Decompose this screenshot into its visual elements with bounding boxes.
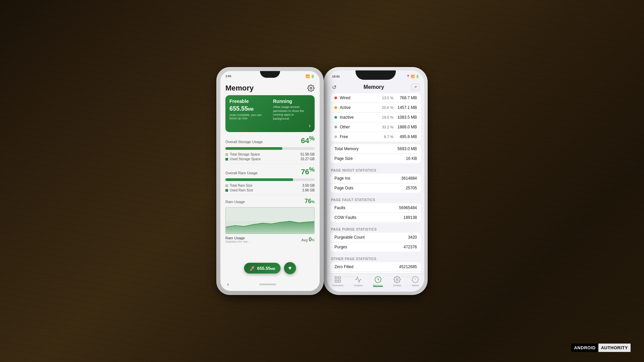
tab-details-label: Details bbox=[393, 284, 401, 287]
used-ram-row: Used Ram Size 2.66 GB bbox=[225, 188, 315, 192]
android-content: Memory Freeable 655.55MB Scan complete, … bbox=[220, 81, 320, 291]
total-memory-val: 5693.0 MB bbox=[397, 146, 417, 151]
active-indicator bbox=[334, 106, 337, 109]
inactive-label: Inactive bbox=[340, 115, 378, 120]
storage-progress-fill bbox=[225, 147, 282, 150]
heart-icon: ♥ bbox=[288, 265, 292, 271]
home-indicator[interactable] bbox=[259, 284, 276, 285]
details-icon bbox=[393, 276, 401, 283]
memory-table: Wired 13.5 % 768.7 MB Active 25.6 % 1457… bbox=[330, 93, 421, 141]
android-phone: 1:01 📶 🔋 Memory bbox=[216, 67, 324, 295]
freeable-section: Freeable 655.55MB Scan complete, you can… bbox=[229, 99, 267, 129]
android-notch-cutout bbox=[260, 71, 280, 78]
tab-overview-label: Overview bbox=[332, 284, 343, 287]
inactive-pct: 19.0 % bbox=[378, 115, 393, 119]
boost-button[interactable]: 🚀 655.55MB bbox=[244, 263, 281, 274]
ram-percent: 76 bbox=[301, 168, 309, 176]
running-label: Running bbox=[273, 99, 311, 104]
location-icon: 📍 bbox=[406, 75, 410, 78]
active-row: Active 25.6 % 1457.1 MB bbox=[330, 103, 421, 113]
android-time: 1:01 bbox=[225, 74, 231, 78]
page-purge-table: Purgeable Count 3420 Purges 472376 bbox=[330, 233, 421, 252]
avg-value-section: Avg 0% bbox=[301, 237, 315, 243]
ios-screen: 13:01 📍 📶 🔋 ↺ Memory ↗ bbox=[327, 70, 424, 292]
ram-section: Overall Ram Usage 76% Total Ram Size bbox=[225, 167, 315, 192]
ios-app-header: ↺ Memory ↗ bbox=[327, 82, 424, 93]
used-ram-label: Used Ram Size bbox=[230, 188, 253, 192]
tab-overview[interactable]: Overview bbox=[332, 276, 343, 287]
watermark-authority: AUTHORITY bbox=[598, 344, 631, 352]
svg-rect-4 bbox=[335, 277, 337, 279]
total-memory-row: Total Memory 5693.0 MB bbox=[330, 144, 421, 154]
inactive-indicator bbox=[334, 116, 337, 119]
cow-faults-val: 189138 bbox=[404, 215, 417, 220]
page-purge-section: PAGE PURGE STATISTICS Purgeable Count 34… bbox=[327, 225, 424, 252]
page-ins-label: Page Ins bbox=[334, 176, 350, 181]
svg-rect-6 bbox=[335, 280, 337, 282]
divider-1 bbox=[225, 164, 315, 164]
wired-val: 768.7 MB bbox=[393, 96, 417, 100]
refresh-icon[interactable]: ↺ bbox=[332, 84, 336, 90]
watermark: ANDROID AUTHORITY bbox=[571, 344, 631, 352]
svg-rect-3 bbox=[226, 222, 314, 234]
used-ram-val: 2.66 GB bbox=[302, 188, 315, 192]
active-label: Active bbox=[340, 105, 378, 110]
other-row: Other 33.2 % 1888.0 MB bbox=[330, 122, 421, 132]
ios-page-title: Memory bbox=[364, 84, 384, 90]
page-inout-section: PAGE IN/OUT STATISTICS Page Ins 3614884 … bbox=[327, 166, 424, 193]
ios-time: 13:01 bbox=[332, 75, 340, 78]
tab-details[interactable]: Details bbox=[393, 276, 401, 287]
purges-val: 472376 bbox=[404, 245, 417, 249]
tab-graphs-label: Graphs bbox=[354, 284, 363, 287]
used-storage-row: Used Storage Space 33.27 GB bbox=[225, 157, 315, 161]
avg-label: Ram Usage bbox=[225, 236, 250, 240]
total-storage-dot bbox=[225, 153, 228, 156]
cow-faults-label: COW Faults bbox=[334, 215, 356, 220]
graphs-icon bbox=[355, 276, 362, 283]
purges-row: Purges 472376 bbox=[330, 242, 421, 252]
total-storage-row: Total Storage Space 51.58 GB bbox=[225, 153, 315, 156]
ram-percent-symbol: % bbox=[309, 166, 315, 173]
android-status-icons: 📶 🔋 bbox=[306, 74, 315, 78]
page-ins-row: Page Ins 3614884 bbox=[330, 174, 421, 183]
float-buttons[interactable]: 🚀 655.55MB ♥ bbox=[244, 262, 296, 274]
arrow-icon[interactable]: › bbox=[273, 123, 311, 129]
purgeable-label: Purgeable Count bbox=[334, 235, 365, 240]
chart-toggle-icon[interactable]: ↗ bbox=[411, 84, 419, 90]
tab-memory[interactable]: Memory bbox=[373, 276, 383, 287]
storage-progress-bar bbox=[225, 147, 315, 150]
wired-label: Wired bbox=[340, 96, 378, 100]
ram-chart bbox=[225, 207, 315, 234]
favorite-button[interactable]: ♥ bbox=[284, 262, 296, 274]
ram-usage-label: Ram Usage bbox=[225, 200, 245, 204]
storage-percent-symbol: % bbox=[309, 135, 315, 142]
page-fault-header: PAGE FAULT STATISTICS bbox=[327, 195, 424, 203]
page-purge-header: PAGE PURGE STATISTICS bbox=[327, 225, 424, 233]
settings-icon[interactable] bbox=[307, 84, 315, 92]
totals-table: Total Memory 5693.0 MB Page Size 16 KB bbox=[330, 144, 421, 163]
running-desc: Allow usage access permission to show th… bbox=[273, 105, 311, 121]
running-section[interactable]: Running Allow usage access permission to… bbox=[270, 99, 311, 129]
memory-icon bbox=[374, 276, 382, 283]
avg-sub: Statistics for ove... bbox=[225, 240, 250, 243]
tab-about[interactable]: About bbox=[412, 276, 419, 287]
purgeable-val: 3420 bbox=[408, 235, 417, 240]
free-pct: 8.7 % bbox=[378, 135, 393, 139]
boost-value: 655.55MB bbox=[257, 266, 275, 271]
used-storage-dot bbox=[225, 158, 228, 161]
ios-tab-bar: Overview Graphs Memory bbox=[327, 273, 424, 292]
total-ram-val: 3.50 GB bbox=[302, 184, 315, 187]
rocket-icon: 🚀 bbox=[250, 265, 255, 271]
back-arrow[interactable]: ‹ bbox=[227, 281, 229, 287]
zero-filled-val: 45212685 bbox=[399, 264, 417, 269]
purges-label: Purges bbox=[334, 245, 347, 249]
active-tab-indicator bbox=[373, 286, 383, 287]
other-indicator bbox=[334, 126, 337, 128]
total-storage-label: Total Storage Space bbox=[230, 153, 260, 156]
inactive-val: 1083.5 MB bbox=[393, 115, 417, 120]
faults-row: Faults 56965484 bbox=[330, 203, 421, 213]
other-val: 1888.0 MB bbox=[393, 125, 417, 129]
free-val: 495.8 MB bbox=[393, 134, 417, 139]
tab-graphs[interactable]: Graphs bbox=[354, 276, 363, 287]
page-outs-label: Page Outs bbox=[334, 186, 354, 190]
